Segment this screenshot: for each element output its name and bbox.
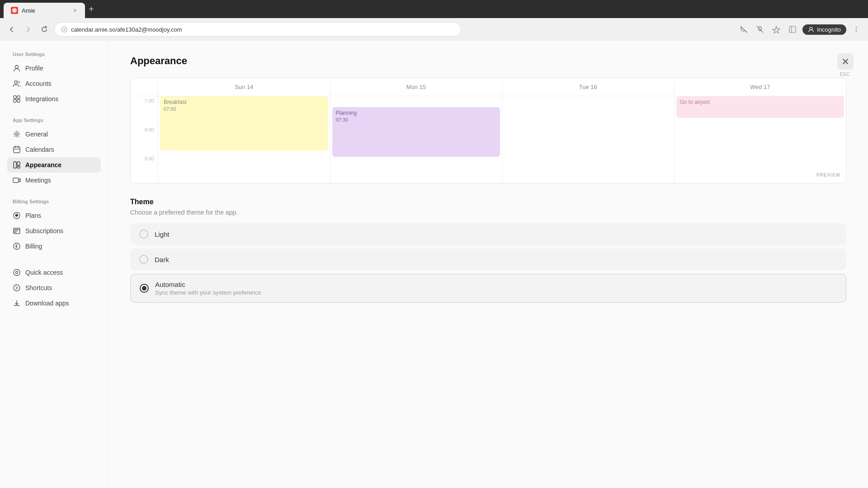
theme-label-automatic: Automatic	[155, 281, 261, 288]
event-planning[interactable]: Planning 07:30	[332, 107, 500, 157]
incognito-badge[interactable]: Incognito	[802, 24, 846, 35]
cal-header-sun: Sun 14	[158, 78, 330, 96]
sidebar-label-profile: Profile	[25, 65, 43, 72]
radio-light[interactable]	[139, 230, 148, 239]
billing-icon	[13, 242, 21, 250]
active-tab[interactable]: Amie ×	[4, 3, 85, 18]
day-col-tue-inner	[502, 96, 674, 183]
sidebar-item-billing[interactable]: Billing	[7, 239, 101, 254]
download-apps-icon	[13, 299, 21, 307]
theme-option-light[interactable]: Light	[130, 223, 846, 245]
quick-access-icon	[13, 268, 21, 277]
day-col-sun: Breakfast 07:00	[158, 96, 330, 183]
svg-rect-14	[14, 96, 16, 99]
app-settings-title: App Settings	[7, 117, 101, 123]
event-airport[interactable]: Go to airport	[676, 96, 844, 118]
sidebar: User Settings Profile Accounts Integrati…	[0, 41, 108, 488]
radio-dark[interactable]	[139, 255, 148, 264]
theme-sublabel-automatic: Sync theme with your system preference	[155, 289, 261, 296]
sidebar-item-download-apps[interactable]: Download apps	[7, 296, 101, 311]
svg-point-13	[18, 81, 20, 84]
theme-option-automatic[interactable]: Automatic Sync theme with your system pr…	[130, 274, 846, 303]
sidebar-item-calendars[interactable]: Calendars	[7, 142, 101, 157]
radio-automatic-fill	[142, 286, 146, 291]
svg-rect-23	[14, 162, 16, 168]
toolbar-actions: Incognito	[737, 23, 863, 36]
integrations-icon	[13, 95, 21, 103]
browser-toolbar: calendar.amie.so/afe130a2@moodjoy.com In…	[0, 18, 868, 41]
subscriptions-icon	[13, 227, 21, 235]
tab-favicon	[11, 7, 18, 14]
svg-point-18	[16, 133, 18, 136]
extra-settings-group: Quick access Shortcuts Download apps	[7, 265, 101, 311]
star-icon[interactable]	[770, 23, 783, 36]
address-bar[interactable]: calendar.amie.so/afe130a2@moodjoy.com	[54, 22, 461, 37]
sidebar-item-shortcuts[interactable]: Shortcuts	[7, 280, 101, 296]
accounts-icon	[13, 80, 21, 88]
calendars-icon	[13, 145, 21, 154]
sidebar-item-general[interactable]: General	[7, 127, 101, 142]
day-col-sun-inner: Breakfast 07:00	[158, 96, 330, 183]
sidebar-item-subscriptions[interactable]: Subscriptions	[7, 223, 101, 239]
refresh-button[interactable]	[38, 23, 51, 36]
main-content: Appearance ESC Sun 14 Mon 15 Tue 16 Wed …	[108, 41, 868, 488]
event-planning-title: Planning	[336, 110, 497, 116]
theme-label-light: Light	[155, 230, 170, 238]
cal-header-mon: Mon 15	[330, 78, 502, 96]
user-settings-group: User Settings Profile Accounts Integrati…	[7, 52, 101, 107]
sidebar-item-meetings[interactable]: Meetings	[7, 173, 101, 188]
sidebar-label-integrations: Integrations	[25, 95, 58, 103]
address-text: calendar.amie.so/afe130a2@moodjoy.com	[71, 26, 182, 33]
menu-icon[interactable]	[850, 23, 863, 36]
day-col-mon-inner: Planning 07:30	[330, 96, 502, 183]
close-button[interactable]	[837, 53, 854, 70]
sidebar-toggle-icon[interactable]	[786, 23, 799, 36]
no-camera-icon	[737, 23, 750, 36]
svg-rect-24	[17, 162, 20, 165]
svg-point-30	[14, 269, 20, 276]
browser-tabs: Amie × +	[0, 0, 868, 18]
app-container: User Settings Profile Accounts Integrati…	[0, 41, 868, 488]
forward-button[interactable]	[22, 23, 34, 36]
radio-automatic[interactable]	[140, 284, 149, 293]
general-icon	[13, 130, 21, 138]
sidebar-label-meetings: Meetings	[25, 177, 51, 184]
calendar-preview: Sun 14 Mon 15 Tue 16 Wed 17 7:00 8:00 9:…	[130, 78, 846, 183]
sidebar-item-accounts[interactable]: Accounts	[7, 76, 101, 91]
sidebar-item-quick-access[interactable]: Quick access	[7, 265, 101, 280]
cal-header-wed: Wed 17	[674, 78, 846, 96]
svg-point-8	[856, 27, 857, 28]
tab-close-btn[interactable]: ×	[72, 6, 78, 15]
event-breakfast-time: 07:00	[164, 106, 325, 112]
day-col-wed: Go to airport PREVIEW	[674, 96, 846, 183]
new-tab-button[interactable]: +	[89, 4, 94, 14]
profile-icon	[13, 64, 21, 72]
tab-title: Amie	[22, 7, 69, 14]
svg-rect-5	[789, 26, 796, 33]
sidebar-item-profile[interactable]: Profile	[7, 61, 101, 76]
day-col-tue	[502, 96, 674, 183]
billing-settings-group: Billing Settings Plans Subscriptions Bil…	[7, 199, 101, 254]
theme-automatic-content: Automatic Sync theme with your system pr…	[155, 281, 261, 296]
plans-icon	[13, 211, 21, 220]
sidebar-item-appearance[interactable]: Appearance	[7, 157, 101, 173]
back-button[interactable]	[5, 23, 18, 36]
esc-label: ESC	[840, 71, 850, 77]
incognito-label: Incognito	[817, 26, 841, 33]
preview-label: PREVIEW	[816, 173, 840, 178]
svg-rect-16	[14, 99, 16, 102]
sidebar-item-integrations[interactable]: Integrations	[7, 91, 101, 107]
svg-rect-15	[17, 96, 20, 99]
event-breakfast[interactable]: Breakfast 07:00	[160, 96, 328, 150]
app-settings-group: App Settings General Calendars Appearanc…	[7, 117, 101, 188]
time-900: 9:00	[131, 154, 158, 183]
sidebar-label-general: General	[25, 131, 48, 138]
svg-rect-26	[13, 178, 19, 183]
svg-point-9	[856, 29, 857, 30]
theme-option-dark[interactable]: Dark	[130, 249, 846, 270]
sidebar-label-plans: Plans	[25, 212, 41, 219]
svg-rect-17	[17, 99, 20, 102]
sidebar-item-plans[interactable]: Plans	[7, 208, 101, 223]
sidebar-label-appearance: Appearance	[25, 161, 61, 169]
no-mic-icon	[754, 23, 766, 36]
